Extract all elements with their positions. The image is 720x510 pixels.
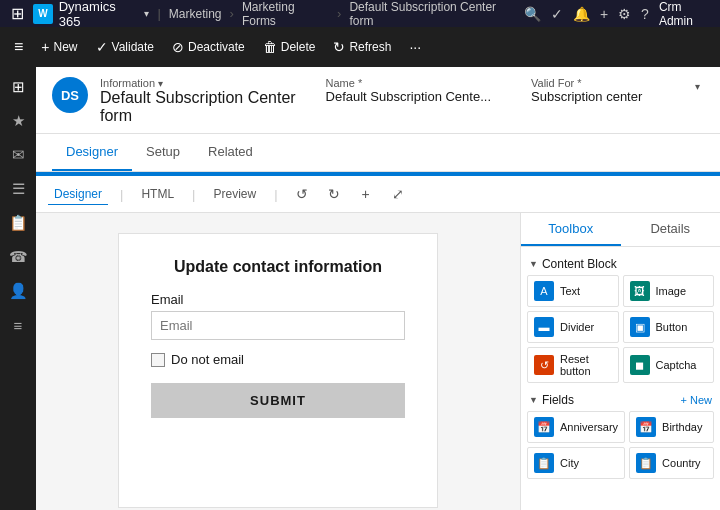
hamburger-button[interactable]: ≡ — [6, 32, 31, 62]
bell-icon[interactable]: 🔔 — [573, 6, 590, 22]
help-icon[interactable]: ? — [641, 6, 649, 22]
nav-sep2: › — [230, 6, 234, 21]
fields-chevron-icon[interactable]: ▼ — [529, 395, 538, 405]
toolbox-item-button[interactable]: ▣ Button — [623, 311, 715, 343]
divider-icon: ▬ — [534, 317, 554, 337]
expand-button[interactable]: ⤢ — [386, 182, 410, 206]
anniversary-icon: 📅 — [534, 417, 554, 437]
deactivate-button[interactable]: ⊘ Deactivate — [164, 35, 253, 59]
tabs-bar: Designer Setup Related — [36, 134, 720, 172]
do-not-email-checkbox[interactable] — [151, 353, 165, 367]
new-icon: + — [41, 39, 49, 55]
sidebar-clipboard-icon[interactable]: 📋 — [2, 207, 34, 239]
toolbox-panel: Toolbox Details ▼ Content Block A Text — [520, 213, 720, 510]
nav-sep3: › — [337, 6, 341, 21]
tab-related[interactable]: Related — [194, 134, 267, 171]
submit-button[interactable]: SUBMIT — [151, 383, 405, 418]
validate-icon: ✓ — [96, 39, 108, 55]
designer-tab-preview[interactable]: Preview — [207, 184, 262, 204]
deactivate-icon: ⊘ — [172, 39, 184, 55]
sidebar-mail-icon[interactable]: ✉ — [2, 139, 34, 171]
fields-chevron[interactable]: ▾ — [691, 77, 704, 104]
plus-icon[interactable]: + — [600, 6, 608, 22]
text-icon: A — [534, 281, 554, 301]
fields-grid: 📅 Anniversary 📅 Birthday 📋 City — [527, 411, 714, 479]
email-input[interactable] — [151, 311, 405, 340]
sidebar-menu-icon[interactable]: ≡ — [2, 309, 34, 341]
entity-chevron[interactable]: ▾ — [158, 78, 163, 89]
record-info: Information ▾ Default Subscription Cente… — [100, 77, 314, 125]
email-label: Email — [151, 292, 405, 307]
form-card: Update contact information Email Do not … — [118, 233, 438, 508]
search-icon[interactable]: 🔍 — [524, 6, 541, 22]
toolbar-sep3: | — [274, 187, 277, 202]
nav-sep1: | — [157, 6, 160, 21]
left-sidebar: ⊞ ★ ✉ ☰ 📋 ☎ 👤 ≡ — [0, 67, 36, 510]
city-icon: 📋 — [534, 453, 554, 473]
sidebar-user-icon[interactable]: 👤 — [2, 275, 34, 307]
toolbar-sep2: | — [192, 187, 195, 202]
toolbox-item-anniversary[interactable]: 📅 Anniversary — [527, 411, 625, 443]
toolbox-tabs: Toolbox Details — [521, 213, 720, 247]
module-name[interactable]: Marketing — [169, 7, 222, 21]
check-circle-icon[interactable]: ✓ — [551, 6, 563, 22]
toolbox-body: ▼ Content Block A Text 🖼 Image — [521, 247, 720, 510]
content-block-header: ▼ Content Block — [527, 253, 714, 275]
form-canvas: Update contact information Email Do not … — [36, 213, 520, 510]
refresh-icon: ↻ — [333, 39, 345, 55]
sidebar-favorites-icon[interactable]: ★ — [2, 105, 34, 137]
tab-setup[interactable]: Setup — [132, 134, 194, 171]
app-dropdown-icon[interactable]: ▾ — [144, 8, 149, 19]
toolbar-sep1: | — [120, 187, 123, 202]
toolbox-tab-details[interactable]: Details — [621, 213, 721, 246]
new-button[interactable]: + New — [33, 35, 85, 59]
sidebar-phone-icon[interactable]: ☎ — [2, 241, 34, 273]
command-bar: ≡ + New ✓ Validate ⊘ Deactivate 🗑 Delete… — [0, 27, 720, 67]
breadcrumb1[interactable]: Marketing Forms — [242, 0, 329, 28]
toolbox-item-country[interactable]: 📋 Country — [629, 447, 714, 479]
entity-label: Information ▾ — [100, 77, 314, 89]
toolbox-item-divider[interactable]: ▬ Divider — [527, 311, 619, 343]
checkbox-row: Do not email — [151, 352, 405, 367]
toolbox-item-text[interactable]: A Text — [527, 275, 619, 307]
form-title: Update contact information — [151, 258, 405, 276]
captcha-icon: ◼ — [630, 355, 650, 375]
toolbox-tab-toolbox[interactable]: Toolbox — [521, 213, 621, 246]
sidebar-home-icon[interactable]: ⊞ — [2, 71, 34, 103]
designer-tab-designer[interactable]: Designer — [48, 184, 108, 205]
delete-icon: 🗑 — [263, 39, 277, 55]
country-icon: 📋 — [636, 453, 656, 473]
record-name: Default Subscription Center form — [100, 89, 314, 125]
validate-button[interactable]: ✓ Validate — [88, 35, 162, 59]
designer-tab-html[interactable]: HTML — [135, 184, 180, 204]
delete-button[interactable]: 🗑 Delete — [255, 35, 324, 59]
settings-icon[interactable]: ⚙ — [618, 6, 631, 22]
new-field-button[interactable]: + New — [681, 394, 713, 406]
record-fields: Name * Default Subscription Cente... Val… — [326, 77, 704, 104]
app-name: Dynamics 365 — [59, 0, 139, 29]
refresh-button[interactable]: ↻ Refresh — [325, 35, 399, 59]
designer-toolbar: Designer | HTML | Preview | ↺ ↻ + ⤢ — [36, 176, 720, 213]
record-header: DS Information ▾ Default Subscription Ce… — [36, 67, 720, 134]
undo-button[interactable]: ↺ — [290, 182, 314, 206]
toolbox-item-city[interactable]: 📋 City — [527, 447, 625, 479]
button-icon: ▣ — [630, 317, 650, 337]
more-button[interactable]: ··· — [401, 35, 429, 59]
designer-body: Update contact information Email Do not … — [36, 213, 720, 510]
toolbox-item-reset-button[interactable]: ↺ Reset button — [527, 347, 619, 383]
breadcrumb2: Default Subscription Center form — [349, 0, 518, 28]
toolbox-item-captcha[interactable]: ◼ Captcha — [623, 347, 715, 383]
grid-icon[interactable]: ⊞ — [8, 4, 27, 23]
image-icon: 🖼 — [630, 281, 650, 301]
toolbox-item-birthday[interactable]: 📅 Birthday — [629, 411, 714, 443]
main-content: DS Information ▾ Default Subscription Ce… — [36, 67, 720, 510]
content-block-grid: A Text 🖼 Image ▬ Divider — [527, 275, 714, 383]
add-button[interactable]: + — [354, 182, 378, 206]
toolbox-item-image[interactable]: 🖼 Image — [623, 275, 715, 307]
content-block-chevron[interactable]: ▼ — [529, 259, 538, 269]
birthday-icon: 📅 — [636, 417, 656, 437]
user-name[interactable]: Crm Admin — [659, 0, 712, 28]
sidebar-list-icon[interactable]: ☰ — [2, 173, 34, 205]
redo-button[interactable]: ↻ — [322, 182, 346, 206]
tab-designer[interactable]: Designer — [52, 134, 132, 171]
